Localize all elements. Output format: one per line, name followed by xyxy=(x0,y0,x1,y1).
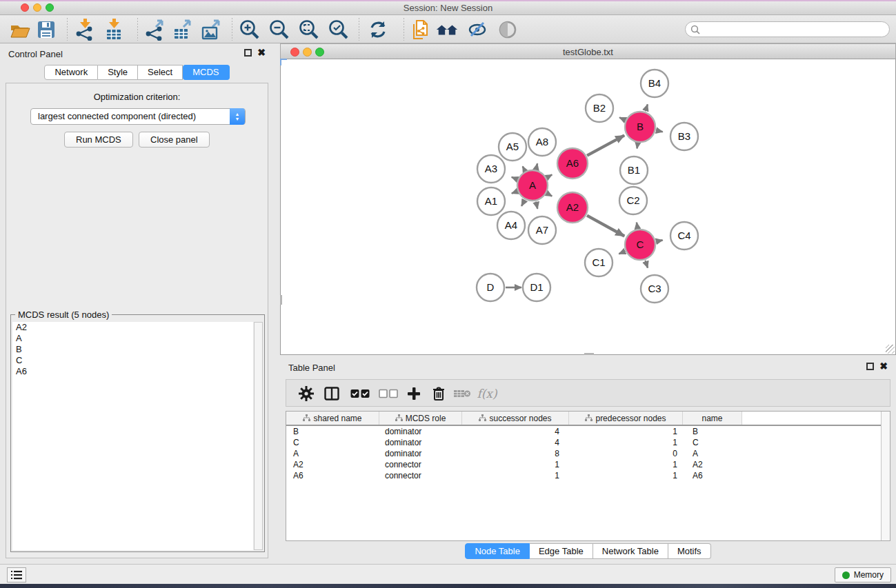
graph-edge-C-C1[interactable] xyxy=(619,252,625,254)
table-cell[interactable]: 1 xyxy=(569,437,683,448)
table-cell[interactable]: 4 xyxy=(462,426,569,437)
graph-edge-A6-B[interactable] xyxy=(587,135,624,155)
graph-edge-C-C2[interactable] xyxy=(637,223,637,229)
graph-node-A6[interactable]: A6 xyxy=(557,148,588,179)
graph-edge-B-B2[interactable] xyxy=(619,117,625,120)
table-cell[interactable]: A xyxy=(683,448,742,459)
graph-node-B2[interactable]: B2 xyxy=(586,94,613,122)
graph-node-A3[interactable]: A3 xyxy=(477,155,505,183)
vertical-scroll-stub[interactable] xyxy=(280,295,282,305)
show-graphics-icon[interactable] xyxy=(496,18,519,41)
table-cell[interactable]: 1 xyxy=(462,470,569,481)
tab-network[interactable]: Network xyxy=(44,65,98,80)
graph-node-B1[interactable]: B1 xyxy=(620,156,648,184)
graph-edge-A-A6[interactable] xyxy=(547,174,552,177)
mcds-result-item[interactable]: C xyxy=(12,355,253,366)
graph-node-C1[interactable]: C1 xyxy=(585,249,613,276)
export-table-icon[interactable] xyxy=(170,18,194,41)
table-cell[interactable]: dominator xyxy=(379,448,462,459)
close-table-panel-icon[interactable]: ✖ xyxy=(879,363,888,370)
export-network-icon[interactable] xyxy=(143,18,166,41)
mcds-result-item[interactable]: A6 xyxy=(12,366,253,377)
table-cell[interactable]: B xyxy=(683,426,742,437)
graph-edge-B-B4[interactable] xyxy=(646,104,648,111)
table-cell[interactable]: 1 xyxy=(462,459,569,470)
gear-icon[interactable] xyxy=(296,384,317,403)
clone-network-icon[interactable] xyxy=(409,18,432,41)
add-column-icon[interactable] xyxy=(404,384,424,403)
graph-edge-A-A7[interactable] xyxy=(536,201,537,208)
graph-node-A[interactable]: A xyxy=(517,170,548,201)
open-session-icon[interactable] xyxy=(8,18,32,41)
table-cell[interactable]: connector xyxy=(379,459,462,470)
network-window-titlebar[interactable]: testGlobe.txt xyxy=(280,43,896,59)
graph-edge-A2-C[interactable] xyxy=(587,216,624,236)
zoom-selected-icon[interactable] xyxy=(327,18,350,41)
graph-edge-B-B1[interactable] xyxy=(637,143,638,149)
float-panel-icon[interactable] xyxy=(244,49,252,57)
resize-grip-icon[interactable] xyxy=(886,345,895,354)
graph-node-C3[interactable]: C3 xyxy=(641,275,668,303)
split-columns-icon[interactable] xyxy=(321,384,342,403)
graph-edge-A-A4[interactable] xyxy=(521,200,525,206)
float-table-panel-icon[interactable] xyxy=(866,363,874,370)
graph-node-C[interactable]: C xyxy=(625,230,655,260)
refresh-layout-icon[interactable] xyxy=(366,18,390,41)
search-input[interactable] xyxy=(704,23,883,36)
run-mcds-button[interactable]: Run MCDS xyxy=(64,132,133,148)
import-network-icon[interactable] xyxy=(73,18,97,41)
table-cell[interactable]: A2 xyxy=(286,459,379,470)
graph-edge-A-A2[interactable] xyxy=(547,194,552,196)
delete-icon[interactable] xyxy=(428,384,449,403)
zoom-fit-icon[interactable] xyxy=(297,18,321,41)
table-cell[interactable]: C xyxy=(683,437,742,448)
export-image-icon[interactable] xyxy=(199,18,223,41)
table-cell[interactable]: 4 xyxy=(462,437,569,448)
table-row[interactable]: Bdominator41B xyxy=(286,426,890,437)
home-view-icon[interactable] xyxy=(435,18,459,41)
mcds-result-item[interactable]: A2 xyxy=(12,322,253,333)
horizontal-scroll-stub[interactable] xyxy=(584,353,594,355)
import-table-icon[interactable] xyxy=(102,18,126,41)
tab-style[interactable]: Style xyxy=(98,65,138,80)
mcds-result-scrollbar[interactable] xyxy=(254,322,263,550)
task-history-button[interactable] xyxy=(7,567,26,582)
graph-node-B[interactable]: B xyxy=(625,112,655,142)
table-cell[interactable]: 8 xyxy=(462,448,569,459)
tab-mcds[interactable]: MCDS xyxy=(183,65,229,80)
network-canvas[interactable]: B4B2BB3A8A5A6A3B1AA1C2A2A4A7C4CC1C3DD1 xyxy=(280,59,896,355)
mcds-result-item[interactable]: B xyxy=(12,344,253,355)
graph-edge-C-C3[interactable] xyxy=(645,261,648,268)
graph-edge-A-A8[interactable] xyxy=(536,163,537,169)
graph-node-A2[interactable]: A2 xyxy=(557,192,588,223)
graph-node-D1[interactable]: D1 xyxy=(523,274,550,301)
table-cell[interactable]: A6 xyxy=(286,470,379,481)
graph-edge-A-A5[interactable] xyxy=(523,166,525,170)
table-cell[interactable]: 0 xyxy=(569,448,683,459)
table-cell[interactable]: A xyxy=(286,448,379,459)
column-header-MCDS-role[interactable]: MCDS role xyxy=(379,412,462,425)
column-header-successor-nodes[interactable]: successor nodes xyxy=(462,412,569,425)
table-row[interactable]: Cdominator41C xyxy=(286,437,890,448)
table-cell[interactable]: dominator xyxy=(379,426,462,437)
table-cell[interactable]: 1 xyxy=(569,470,683,481)
table-row[interactable]: A2connector11A2 xyxy=(286,459,890,470)
select-all-icon[interactable] xyxy=(350,384,370,403)
deselect-all-icon[interactable] xyxy=(378,384,399,403)
graph-edge-C-C4[interactable] xyxy=(657,240,663,241)
criterion-dropdown[interactable]: largest connected component (directed) ▲… xyxy=(30,108,246,125)
table-cell[interactable]: A6 xyxy=(683,470,742,481)
tab-motifs[interactable]: Motifs xyxy=(668,543,711,559)
mcds-result-item[interactable]: A xyxy=(12,333,253,344)
graph-node-D[interactable]: D xyxy=(477,274,504,301)
column-header-name[interactable]: name xyxy=(683,412,742,425)
zoom-out-icon[interactable] xyxy=(268,18,291,41)
hide-graphics-icon[interactable] xyxy=(466,18,489,41)
table-cell[interactable]: C xyxy=(286,437,379,448)
close-panel-icon[interactable]: ✖ xyxy=(257,49,266,57)
graph-node-C4[interactable]: C4 xyxy=(670,222,698,250)
table-cell[interactable]: dominator xyxy=(379,437,462,448)
tab-edge-table[interactable]: Edge Table xyxy=(530,543,593,559)
column-header-predecessor-nodes[interactable]: predecessor nodes xyxy=(569,412,683,425)
table-scrollbar[interactable] xyxy=(881,412,890,540)
